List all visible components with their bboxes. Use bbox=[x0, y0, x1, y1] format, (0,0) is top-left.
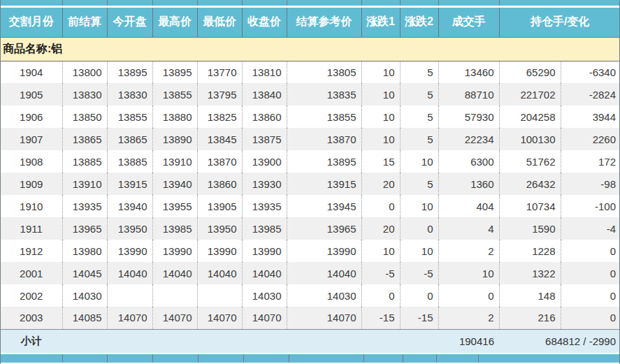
cell-delivery-month: 1912 bbox=[1, 240, 62, 262]
cell-delivery-month: 1909 bbox=[1, 173, 62, 195]
cell-oi-change: -2824 bbox=[561, 83, 620, 105]
cell-volume: 22234 bbox=[438, 128, 499, 150]
cell-open-interest: 1590 bbox=[499, 217, 561, 240]
cell-delivery-month: 1904 bbox=[1, 61, 62, 83]
col-header-change2: 涨跌2 bbox=[400, 8, 438, 37]
cell-low: 13905 bbox=[197, 195, 242, 217]
cell-open-interest: 65290 bbox=[499, 61, 561, 83]
table-row: 2002 14030 14030 14030 0 0 0 148 0 bbox=[1, 284, 620, 307]
cell-delivery-month: 1908 bbox=[1, 150, 62, 173]
cell-delivery-month: 1907 bbox=[1, 128, 62, 150]
header-row: 交割月份 前结算 今开盘 最高价 最低价 收盘价 结算参考价 涨跌1 涨跌2 成… bbox=[1, 8, 620, 37]
cell-prev-settle: 13965 bbox=[62, 217, 107, 240]
cell-low bbox=[197, 284, 242, 307]
cell-change1: 10 bbox=[361, 61, 400, 83]
partial-header-row-bottom bbox=[1, 354, 619, 363]
cell-low: 13950 bbox=[197, 217, 242, 240]
cell-volume: 2 bbox=[438, 307, 499, 329]
col-header-low: 最低价 bbox=[197, 8, 242, 37]
cell-settle-ref: 13965 bbox=[287, 217, 361, 240]
cell-close: 13990 bbox=[242, 240, 287, 262]
table-row: 1911 13965 13950 13985 13950 13985 13965… bbox=[1, 217, 620, 240]
cell-volume: 10 bbox=[438, 262, 499, 284]
col-header-open-interest-change: 持仓手/变化 bbox=[499, 8, 620, 37]
cell-oi-change: 0 bbox=[561, 262, 620, 284]
cell-change2: 5 bbox=[400, 128, 438, 150]
table-row: 2003 14085 14070 14070 14070 14070 14070… bbox=[1, 307, 620, 329]
cell-settle-ref: 13805 bbox=[287, 61, 361, 83]
cell-settle-ref: 14070 bbox=[287, 307, 361, 329]
cell-delivery-month: 2002 bbox=[1, 284, 62, 307]
futures-table: 交割月份 前结算 今开盘 最高价 最低价 收盘价 结算参考价 涨跌1 涨跌2 成… bbox=[1, 8, 620, 353]
col-header-volume: 成交手 bbox=[438, 8, 499, 37]
table-body: 1904 13800 13895 13895 13770 13810 13805… bbox=[1, 61, 620, 329]
cell-settle-ref: 13835 bbox=[287, 83, 361, 105]
cell-high: 13990 bbox=[152, 240, 197, 262]
cell-high bbox=[152, 284, 197, 307]
cell-prev-settle: 13910 bbox=[62, 173, 107, 195]
cell-high: 14040 bbox=[152, 262, 197, 284]
cell-settle-ref: 13855 bbox=[287, 105, 361, 128]
cell-change1: 10 bbox=[361, 105, 400, 128]
cell-change1: -5 bbox=[361, 262, 400, 284]
cell-close: 14040 bbox=[242, 262, 287, 284]
col-header-prev-settle: 前结算 bbox=[62, 8, 107, 37]
table-row: 1908 13885 13885 13910 13870 13900 13895… bbox=[1, 150, 620, 173]
cell-open: 13865 bbox=[107, 128, 152, 150]
table-row: 1904 13800 13895 13895 13770 13810 13805… bbox=[1, 61, 620, 83]
cell-prev-settle: 13885 bbox=[62, 150, 107, 173]
cell-prev-settle: 14045 bbox=[62, 262, 107, 284]
cell-prev-settle: 13935 bbox=[62, 195, 107, 217]
cell-open: 14070 bbox=[107, 307, 152, 329]
cell-oi-change: -100 bbox=[561, 195, 620, 217]
col-header-open: 今开盘 bbox=[107, 8, 152, 37]
cell-open: 13950 bbox=[107, 217, 152, 240]
table-row: 1907 13865 13865 13890 13845 13875 13870… bbox=[1, 128, 620, 150]
cell-change2: 0 bbox=[400, 284, 438, 307]
cell-oi-change: -4 bbox=[561, 217, 620, 240]
cell-settle-ref: 14040 bbox=[287, 262, 361, 284]
table-row: 2001 14045 14040 14040 14040 14040 14040… bbox=[1, 262, 620, 284]
cell-low: 13870 bbox=[197, 150, 242, 173]
cell-prev-settle: 13800 bbox=[62, 61, 107, 83]
cell-open-interest: 100130 bbox=[499, 128, 561, 150]
subtotal-volume: 190416 bbox=[438, 329, 499, 353]
cell-open: 13915 bbox=[107, 173, 152, 195]
subtotal-spacer bbox=[62, 329, 438, 353]
table-row: 1905 13830 13830 13855 13795 13840 13835… bbox=[1, 83, 620, 105]
cell-delivery-month: 1911 bbox=[1, 217, 62, 240]
cell-low: 14070 bbox=[197, 307, 242, 329]
cell-change1: 10 bbox=[361, 240, 400, 262]
cell-prev-settle: 14085 bbox=[62, 307, 107, 329]
cell-settle-ref: 13915 bbox=[287, 173, 361, 195]
cell-oi-change: 0 bbox=[561, 240, 620, 262]
cell-close: 13810 bbox=[242, 61, 287, 83]
cell-change2: 0 bbox=[400, 217, 438, 240]
cell-open-interest: 1228 bbox=[499, 240, 561, 262]
cell-high: 13890 bbox=[152, 128, 197, 150]
cell-high: 14070 bbox=[152, 307, 197, 329]
cell-volume: 88710 bbox=[438, 83, 499, 105]
subtotal-label: 小计 bbox=[1, 329, 62, 353]
cell-change1: 0 bbox=[361, 195, 400, 217]
cell-low: 13770 bbox=[197, 61, 242, 83]
cell-change2: -15 bbox=[400, 307, 438, 329]
cell-change2: 5 bbox=[400, 173, 438, 195]
cell-open-interest: 221702 bbox=[499, 83, 561, 105]
cell-low: 13795 bbox=[197, 83, 242, 105]
cell-close: 13935 bbox=[242, 195, 287, 217]
cell-low: 14040 bbox=[197, 262, 242, 284]
table-row: 1912 13980 13990 13990 13990 13990 13990… bbox=[1, 240, 620, 262]
cell-change1: 0 bbox=[361, 284, 400, 307]
cell-prev-settle: 14030 bbox=[62, 284, 107, 307]
cell-settle-ref: 13945 bbox=[287, 195, 361, 217]
cell-close: 13840 bbox=[242, 83, 287, 105]
cell-open-interest: 51762 bbox=[499, 150, 561, 173]
cell-open bbox=[107, 284, 152, 307]
cell-open-interest: 10734 bbox=[499, 195, 561, 217]
cell-change2: 5 bbox=[400, 105, 438, 128]
cell-change1: -15 bbox=[361, 307, 400, 329]
cell-change2: 5 bbox=[400, 61, 438, 83]
cell-volume: 57930 bbox=[438, 105, 499, 128]
cell-open-interest: 216 bbox=[499, 307, 561, 329]
